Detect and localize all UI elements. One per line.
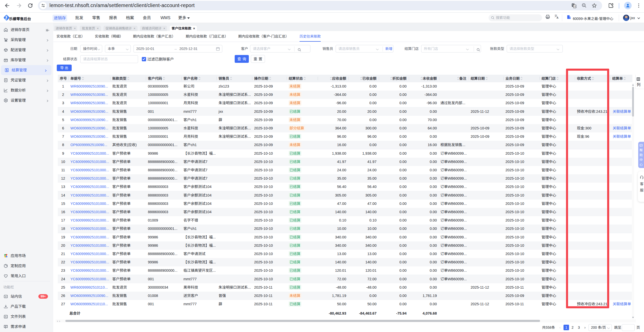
svg-text:A: A	[557, 16, 559, 19]
svg-text:文: 文	[574, 5, 576, 8]
